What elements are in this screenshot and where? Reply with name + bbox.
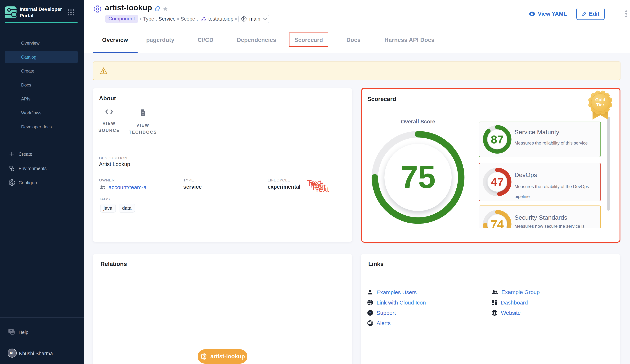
svg-text:?: ? — [10, 330, 12, 332]
svg-text:?: ? — [369, 311, 371, 315]
svg-text:Tier: Tier — [596, 102, 604, 107]
svg-text:Gold: Gold — [595, 97, 606, 102]
